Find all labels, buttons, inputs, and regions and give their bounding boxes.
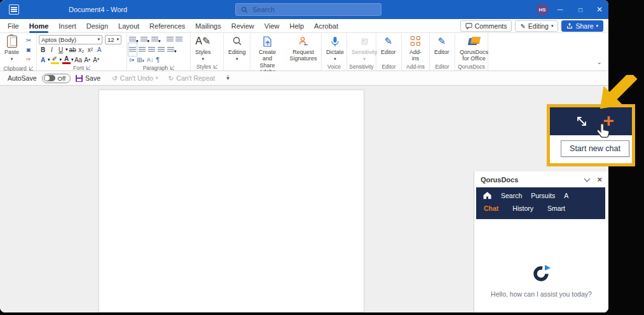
minimize-button[interactable]: ─ — [551, 0, 570, 19]
chevron-down-icon: ▾ — [364, 57, 366, 62]
bold-button[interactable]: B — [39, 46, 47, 53]
share-button[interactable]: Share ▾ — [561, 20, 603, 32]
addins-grid-icon — [411, 36, 421, 46]
chevron-down-icon: ▾ — [60, 57, 62, 62]
editor2-group: ✎ Editor Editor — [430, 33, 455, 70]
magnifier-icon — [232, 35, 242, 48]
comments-button[interactable]: Comments — [460, 20, 512, 32]
cut-button[interactable]: ✂ — [24, 36, 34, 45]
tab-view[interactable]: View — [259, 20, 285, 32]
addins-group: Add-ins Add-ins — [402, 33, 430, 70]
undo-button: ↺ Can't Undo ▾ — [112, 74, 158, 82]
align-left-button[interactable] — [129, 44, 136, 55]
tab-file[interactable]: File — [3, 20, 24, 32]
borders-button[interactable]: ⊞▾ — [137, 57, 144, 64]
voice-group: Dictate ▾ Voice — [322, 33, 347, 70]
styles-button[interactable]: A✎ Styles ▾ — [193, 34, 214, 62]
paste-icon — [7, 36, 17, 48]
change-case-button[interactable]: Aa — [74, 57, 83, 64]
nav-item-partial[interactable]: A — [564, 192, 568, 199]
strikethrough-button[interactable]: ab — [69, 46, 77, 53]
styles-group: A✎ Styles ▾ Styles — [191, 33, 224, 70]
chevron-down-icon: ▾ — [236, 57, 238, 62]
chevron-down-icon: ▾ — [48, 57, 50, 62]
qorusdocs-for-office-button[interactable]: QorusDocs for Office — [457, 34, 491, 63]
panel-collapse-icon[interactable] — [584, 175, 591, 182]
editing-mode-button[interactable]: ✎ Editing ▾ — [515, 20, 558, 32]
dialog-launcher-icon[interactable] — [29, 67, 33, 70]
home-icon[interactable] — [483, 191, 492, 199]
tab-history[interactable]: History — [512, 204, 533, 212]
line-spacing-button[interactable]: ▾ — [167, 44, 177, 55]
dictate-button[interactable]: Dictate ▾ — [324, 34, 346, 62]
format-painter-button[interactable]: ✑ — [24, 55, 34, 64]
highlight-button[interactable]: ✐ — [51, 55, 59, 64]
nav-item-search[interactable]: Search — [501, 192, 522, 199]
superscript-button[interactable]: x² — [86, 46, 95, 53]
align-right-button[interactable] — [148, 44, 155, 55]
pilcrow-button[interactable]: ¶ — [156, 57, 159, 64]
qorusdocs-group: QorusDocs for Office QorusDocs — [455, 33, 488, 70]
title-bar: Document4 - Word Search HS ─ □ ✕ — [0, 0, 608, 19]
undo-icon: ↺ — [112, 74, 118, 82]
tooltip-text: Start new chat — [570, 144, 620, 153]
tab-home[interactable]: Home — [24, 20, 54, 32]
tab-chat[interactable]: Chat — [484, 204, 498, 212]
paste-button[interactable]: Paste ▾ — [2, 34, 22, 65]
search-box[interactable]: Search — [235, 3, 381, 16]
font-name-select[interactable]: Aptos (Body) ▾ — [39, 35, 102, 44]
align-center-button[interactable] — [139, 44, 146, 55]
editor-button[interactable]: ✎ Editor — [378, 34, 399, 62]
chevron-down-icon: ▾ — [116, 37, 119, 42]
autosave-toggle[interactable]: Off — [42, 74, 71, 83]
addins-button[interactable]: Add-ins — [404, 34, 427, 63]
word-window: Document4 - Word Search HS ─ □ ✕ File Ho… — [0, 0, 608, 312]
shading-button[interactable]: ⬨▾ — [129, 56, 134, 64]
adobe-acrobat-group: Create and Share Adobe PDF Request Signa… — [250, 33, 322, 70]
italic-button[interactable]: I — [48, 46, 56, 53]
tab-help[interactable]: Help — [284, 20, 309, 32]
tab-mailings[interactable]: Mailings — [190, 20, 226, 32]
grow-font-button[interactable]: A▴ — [83, 57, 92, 64]
tab-layout[interactable]: Layout — [113, 20, 144, 32]
editor-pen-icon: ✎ — [437, 35, 446, 48]
subscript-button[interactable]: x₂ — [78, 46, 86, 53]
collapse-ribbon-icon[interactable]: ⌄ — [597, 58, 602, 65]
maximize-button[interactable]: □ — [571, 0, 590, 19]
styles-icon: A✎ — [195, 35, 210, 48]
tab-acrobat[interactable]: Acrobat — [309, 20, 343, 32]
tab-design[interactable]: Design — [81, 20, 113, 32]
tab-review[interactable]: Review — [226, 20, 259, 32]
dialog-launcher-icon[interactable] — [214, 65, 217, 69]
shrink-font-button[interactable]: A▾ — [92, 57, 100, 64]
sensitivity-icon — [360, 35, 369, 48]
editor2-button[interactable]: ✎ Editor — [432, 34, 452, 62]
panel-close-icon[interactable]: × — [597, 175, 602, 184]
tab-references[interactable]: References — [144, 20, 190, 32]
dialog-launcher-icon[interactable] — [86, 66, 90, 70]
justify-button[interactable] — [158, 44, 165, 55]
font-color-button[interactable]: A — [62, 55, 71, 64]
qorusdocs-book-icon — [469, 37, 480, 46]
sort-button[interactable]: A↓ — [147, 57, 154, 63]
nav-item-pursuits[interactable]: Pursuits — [531, 192, 555, 199]
dialog-launcher-icon[interactable] — [170, 66, 174, 70]
underline-button[interactable]: U — [57, 46, 65, 53]
copy-button[interactable]: ▣ — [24, 45, 34, 55]
document-title: Document4 - Word — [69, 6, 127, 13]
clipboard-group: Paste ▾ ✂ ▣ ✑ Clipboard — [0, 33, 37, 70]
editing-button[interactable]: Editing ▾ — [226, 34, 249, 62]
document-page[interactable] — [99, 90, 364, 312]
customize-toolbar-icon[interactable]: ▾̄ — [226, 75, 230, 81]
save-button[interactable]: Save — [76, 74, 100, 82]
avatar[interactable]: HS — [536, 3, 549, 16]
text-effects-button[interactable]: A — [39, 57, 47, 64]
chevron-down-icon: ▾ — [551, 23, 554, 29]
font-group: Aptos (Body) ▾ 12 ▾ B I U ▾ ab — [37, 33, 127, 70]
tab-smart[interactable]: Smart — [547, 204, 565, 212]
close-button[interactable]: ✕ — [590, 0, 608, 19]
annotation-arrow-icon — [582, 75, 644, 126]
font-size-select[interactable]: 12 ▾ — [105, 35, 121, 44]
tab-insert[interactable]: Insert — [53, 20, 81, 32]
clear-formatting-button[interactable]: A — [95, 46, 104, 53]
